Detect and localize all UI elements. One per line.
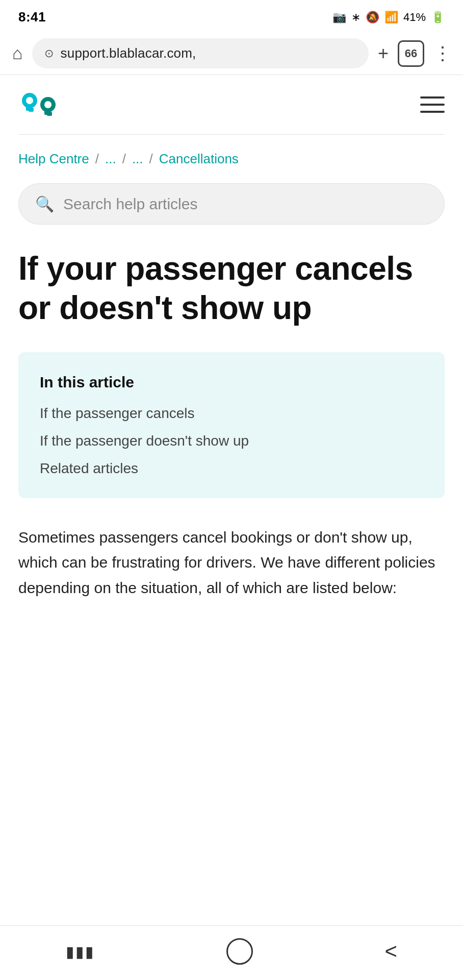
bluetooth-icon: ∗	[351, 11, 361, 24]
hamburger-line-1	[420, 96, 445, 99]
site-header	[0, 75, 463, 134]
hamburger-line-2	[420, 104, 445, 106]
security-icon: ⊙	[44, 47, 54, 60]
svg-point-5	[44, 101, 52, 108]
browser-menu-icon[interactable]: ⋮	[433, 43, 451, 64]
svg-point-1	[26, 97, 33, 104]
battery-indicator: 41%	[403, 11, 426, 24]
breadcrumb-sep-1: /	[95, 151, 99, 167]
camera-icon: 📷	[332, 11, 346, 24]
toc-box: In this article If the passenger cancels…	[18, 352, 445, 498]
search-placeholder-text: Search help articles	[63, 195, 197, 213]
add-tab-icon[interactable]: +	[378, 43, 389, 64]
nav-back-icon[interactable]: <	[384, 939, 397, 964]
search-icon: 🔍	[35, 195, 54, 213]
breadcrumb-sep-2: /	[122, 151, 126, 167]
breadcrumb-cancellations[interactable]: Cancellations	[159, 151, 239, 167]
svg-rect-3	[29, 108, 34, 112]
logo[interactable]	[18, 89, 64, 120]
nav-home-icon[interactable]	[226, 938, 253, 965]
svg-rect-7	[47, 112, 52, 116]
toc-heading: In this article	[40, 374, 423, 391]
status-icons: 📷 ∗ 🔕 📶 41% 🔋	[332, 11, 445, 24]
nav-recent-icon[interactable]: ▮▮▮	[66, 943, 95, 961]
toc-item-3[interactable]: Related articles	[40, 460, 423, 477]
hamburger-line-3	[420, 111, 445, 113]
bottom-nav: ▮▮▮ <	[0, 925, 463, 980]
breadcrumb-help-centre[interactable]: Help Centre	[18, 151, 89, 167]
tabs-count-badge[interactable]: 66	[398, 40, 424, 67]
browser-bar: ⌂ ⊙ support.blablacar.com, + 66 ⋮	[0, 32, 463, 75]
mute-icon: 🔕	[366, 11, 379, 24]
toc-item-2[interactable]: If the passenger doesn't show up	[40, 433, 423, 449]
main-content: Help Centre / ... / ... / Cancellations …	[0, 135, 463, 617]
breadcrumb: Help Centre / ... / ... / Cancellations	[18, 151, 445, 167]
url-text: support.blablacar.com,	[61, 45, 196, 61]
search-bar[interactable]: 🔍 Search help articles	[18, 183, 445, 225]
article-body: Sometimes passengers cancel bookings or …	[18, 525, 445, 601]
status-bar: 8:41 📷 ∗ 🔕 📶 41% 🔋	[0, 0, 463, 32]
url-bar[interactable]: ⊙ support.blablacar.com,	[32, 38, 369, 68]
battery-icon: 🔋	[431, 11, 445, 24]
wifi-icon: 📶	[384, 11, 398, 24]
blablacar-logo-svg	[18, 89, 64, 120]
article-title: If your passenger cancels or doesn't sho…	[18, 249, 445, 328]
breadcrumb-sep-3: /	[149, 151, 153, 167]
toc-item-1[interactable]: If the passenger cancels	[40, 405, 423, 422]
breadcrumb-ellipsis-2[interactable]: ...	[132, 151, 143, 167]
hamburger-menu[interactable]	[420, 96, 445, 113]
status-time: 8:41	[18, 9, 46, 25]
home-icon[interactable]: ⌂	[12, 43, 23, 63]
breadcrumb-ellipsis-1[interactable]: ...	[105, 151, 116, 167]
